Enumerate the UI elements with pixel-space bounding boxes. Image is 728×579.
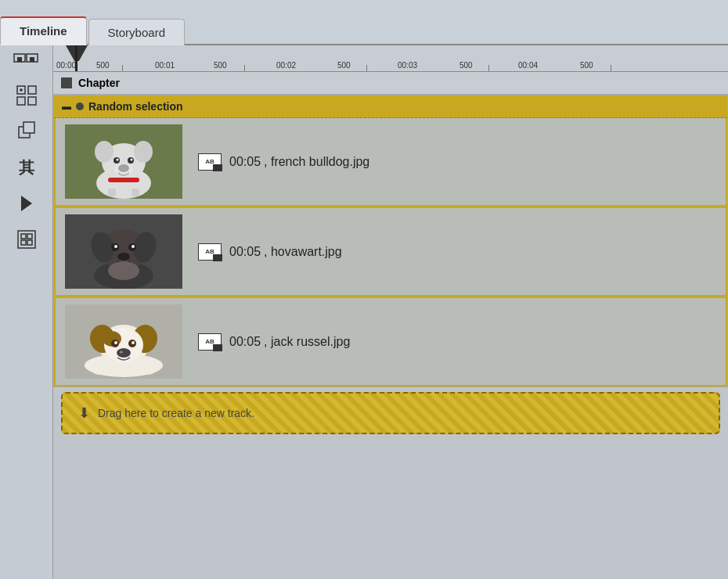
svg-point-56 [114,341,117,344]
ruler-mark-3: 00:03 [398,61,417,70]
svg-rect-28 [108,178,139,182]
ruler-500-2: 500 [214,61,227,70]
svg-point-44 [108,261,139,280]
track-sep-1: , [264,245,271,259]
ruler-tick-2 [244,65,245,71]
ruler-tick-5 [611,65,611,71]
ruler-tick-4 [488,65,489,71]
svg-point-25 [117,159,119,161]
ruler-500-4: 500 [460,61,473,70]
svg-point-42 [117,253,130,261]
ruler-500-1: 500 [96,61,110,70]
track-group: ▬ Random selection [53,95,728,387]
ab-icon-2: AB [198,333,222,351]
track-thumbnail-0 [65,124,182,199]
track-group-label: Random selection [88,100,183,113]
svg-point-58 [117,348,131,358]
collapse-arrow-icon: ▬ [62,101,71,112]
translate-icon[interactable]: 其 [9,150,44,185]
ab-text-2: AB [205,338,214,345]
svg-rect-11 [23,122,34,133]
track-item-0[interactable]: AB 00:05, french bulldog.jpg [54,118,727,207]
svg-rect-7 [28,86,36,94]
svg-rect-16 [21,240,26,245]
svg-point-57 [132,341,135,344]
layout-icon[interactable] [9,222,44,257]
chapter-header: Chapter [53,72,728,95]
tab-bar: Timeline Storyboard [0,0,728,45]
track-filename-0: french bulldog.jpg [271,155,369,169]
play-icon[interactable] [9,186,44,221]
svg-point-31 [114,164,133,176]
track-thumbnail-1 [65,214,182,289]
track-item-2[interactable]: AB 00:05, jack russel.jpg [54,297,727,387]
left-toolbar: 其 [0,45,53,579]
svg-rect-3 [30,57,34,62]
ab-icon-0: AB [198,153,222,171]
svg-point-60 [138,362,157,375]
tab-storyboard-label: Storyboard [108,26,165,39]
ab-text-1: AB [205,248,214,255]
ruler-tick-1 [122,65,123,71]
chapter-label: Chapter [78,77,120,89]
svg-point-26 [131,159,133,161]
svg-point-59 [91,362,110,375]
ab-icon-1: AB [198,243,222,261]
svg-rect-1 [17,57,22,62]
svg-rect-17 [27,240,32,245]
ruler-mark-1: 00:01 [155,61,175,70]
translate-symbol: 其 [19,157,34,178]
playhead [75,45,77,71]
track-info-1: AB 00:05, hovawart.jpg [198,243,342,261]
timeline-ruler: 00:00 500 00:01 500 00:02 500 00:03 500 … [53,45,728,72]
ab-text-0: AB [205,158,214,165]
add-track-icon[interactable] [9,78,44,113]
ruler-tick-3 [366,65,367,71]
track-thumbnail-2 [65,304,182,379]
track-group-header[interactable]: ▬ Random selection [54,95,727,118]
drop-zone[interactable]: ⬇ Drag here to create a new track. [61,392,720,434]
ruler-500-3: 500 [337,61,351,70]
track-duration-1: 00:05 [229,245,261,259]
svg-marker-12 [21,196,32,211]
copy-icon[interactable] [9,114,44,149]
tab-storyboard[interactable]: Storyboard [88,19,185,45]
ruler-mark-2: 00:02 [276,61,296,70]
svg-rect-9 [28,97,36,105]
track-info-0: AB 00:05, french bulldog.jpg [198,153,369,171]
track-item-1[interactable]: AB 00:05, hovawart.jpg [54,207,727,297]
track-info-2: AB 00:05, jack russel.jpg [198,333,350,351]
tab-timeline[interactable]: Timeline [0,16,87,45]
chapter-marker-icon [61,77,72,88]
track-duration-0: 00:05 [229,155,261,169]
main-area: 其 00:00 500 00:01 5 [0,45,728,579]
svg-rect-30 [132,189,139,196]
track-filename-2: jack russel.jpg [271,335,350,349]
svg-point-40 [114,245,117,248]
track-sep-2: , [264,335,271,349]
svg-point-61 [120,351,123,354]
drop-zone-label: Drag here to create a new track. [98,407,254,419]
content-area: 00:00 500 00:01 500 00:02 500 00:03 500 … [53,45,728,579]
svg-rect-45 [104,280,114,286]
sequence-area[interactable]: Chapter ▬ Random selection [53,72,728,579]
svg-rect-8 [17,97,25,105]
svg-point-22 [134,141,153,163]
tab-timeline-label: Timeline [20,24,67,38]
track-sep-0: , [264,155,271,169]
ruler-mark-0: 00:00 [56,61,76,70]
drop-arrow-icon: ⬇ [78,405,90,422]
svg-rect-15 [27,234,32,239]
svg-rect-29 [108,189,116,196]
svg-point-21 [95,141,114,163]
track-filename-1: hovawart.jpg [271,245,342,259]
ruler-mark-4: 00:04 [518,61,538,70]
cursor-tool[interactable] [9,49,44,77]
ruler-500-5: 500 [580,61,593,70]
svg-rect-46 [134,280,143,286]
svg-rect-14 [21,234,26,239]
track-group-dot [76,102,84,110]
svg-point-41 [132,245,135,248]
track-duration-2: 00:05 [229,335,261,349]
